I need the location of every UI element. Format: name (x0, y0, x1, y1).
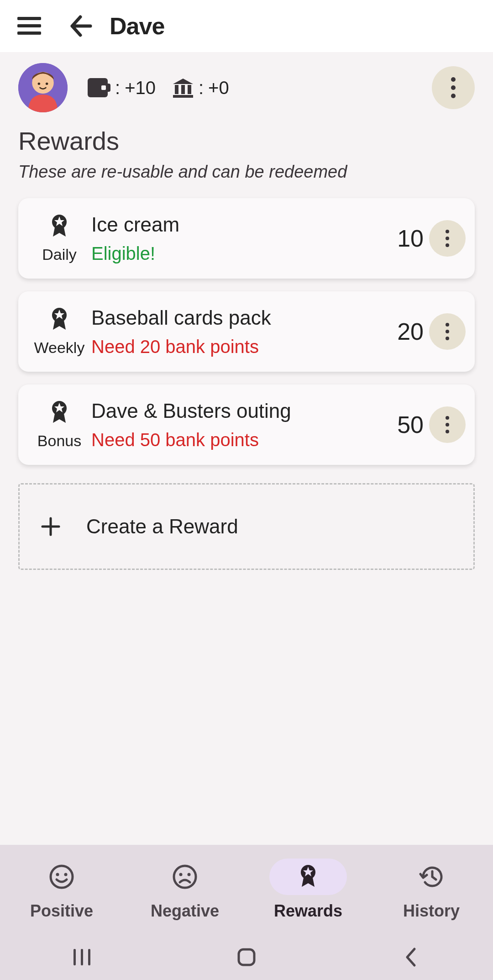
wallet-icon (88, 78, 110, 97)
profile-more-button[interactable] (432, 66, 475, 109)
reward-frequency: Weekly (34, 339, 85, 357)
profile-stats: : +10 : +0 (88, 78, 229, 98)
svg-point-19 (446, 237, 449, 240)
frown-icon (172, 864, 198, 890)
reward-more-button[interactable] (429, 313, 466, 350)
reward-status: Eligible! (91, 243, 387, 264)
reward-status: Need 50 bank points (91, 430, 387, 450)
reward-points: 20 (387, 318, 424, 345)
reward-title: Baseball cards pack (91, 306, 387, 329)
svg-rect-12 (188, 85, 191, 94)
bank-icon (172, 78, 194, 98)
wallet-stat: : +10 (88, 78, 156, 98)
svg-rect-1 (17, 24, 41, 27)
tab-label: Positive (30, 901, 93, 921)
svg-point-28 (446, 430, 449, 433)
smile-icon (49, 864, 74, 890)
svg-point-31 (64, 873, 68, 876)
tab-negative[interactable]: Negative (123, 859, 246, 921)
reward-points: 50 (387, 411, 424, 438)
reward-badge-column: Bonus (27, 400, 91, 450)
bank-value: +0 (208, 78, 229, 98)
more-vertical-icon (445, 322, 450, 341)
app-bar: Dave (0, 0, 493, 52)
tab-label: Negative (151, 901, 219, 921)
svg-rect-13 (173, 95, 193, 98)
svg-point-20 (446, 243, 449, 247)
svg-point-29 (51, 866, 73, 888)
reward-more-button[interactable] (429, 406, 466, 443)
system-home-button[interactable] (201, 943, 292, 971)
svg-rect-0 (17, 17, 41, 20)
svg-point-23 (446, 330, 449, 333)
bank-separator: : (199, 78, 204, 98)
reward-status: Need 20 bank points (91, 337, 387, 357)
tab-label: History (403, 901, 460, 921)
tab-label: Rewards (274, 901, 342, 921)
section-subtitle: These are re-usable and can be redeemed (18, 162, 475, 182)
svg-rect-36 (73, 949, 76, 965)
svg-point-14 (451, 77, 456, 82)
arrow-left-icon (68, 13, 93, 39)
svg-point-30 (56, 873, 59, 876)
svg-point-33 (179, 873, 183, 876)
svg-rect-2 (17, 32, 41, 35)
more-vertical-icon (451, 77, 456, 99)
svg-rect-10 (175, 85, 178, 94)
reward-badge-column: Weekly (27, 307, 91, 357)
wallet-value: +10 (125, 78, 156, 98)
reward-card[interactable]: Daily Ice cream Eligible! 10 (18, 198, 475, 279)
ribbon-icon (49, 214, 69, 239)
reward-badge-column: Daily (27, 214, 91, 263)
reward-frequency: Bonus (37, 432, 81, 450)
svg-rect-11 (181, 85, 185, 94)
back-button[interactable] (66, 11, 95, 41)
more-vertical-icon (445, 229, 450, 248)
svg-point-18 (446, 230, 449, 233)
avatar-image (18, 63, 68, 112)
section-heading: Rewards (18, 126, 475, 156)
tab-history[interactable]: History (370, 859, 493, 921)
system-nav-bar (0, 934, 493, 980)
reward-title: Dave & Busters outing (91, 400, 387, 422)
svg-point-16 (451, 94, 456, 98)
page-title: Dave (110, 12, 164, 40)
home-icon (237, 948, 256, 966)
wallet-separator: : (115, 78, 120, 98)
plus-icon (41, 516, 61, 537)
ribbon-icon (49, 307, 69, 332)
svg-point-27 (446, 423, 449, 427)
more-vertical-icon (445, 416, 450, 434)
bank-stat: : +0 (172, 78, 229, 98)
svg-rect-37 (81, 949, 83, 965)
svg-rect-39 (239, 949, 254, 965)
svg-rect-38 (88, 949, 90, 965)
section-header: Rewards These are re-usable and can be r… (0, 117, 493, 185)
reward-more-button[interactable] (429, 220, 466, 257)
recents-icon (73, 948, 92, 966)
create-reward-button[interactable]: Create a Reward (18, 483, 475, 570)
svg-point-22 (446, 323, 449, 327)
svg-point-26 (446, 416, 449, 420)
tab-rewards[interactable]: Rewards (246, 859, 370, 921)
reward-card[interactable]: Weekly Baseball cards pack Need 20 bank … (18, 291, 475, 372)
ribbon-icon (49, 400, 69, 426)
svg-point-15 (451, 85, 456, 90)
history-icon (418, 864, 445, 890)
svg-point-32 (174, 866, 196, 888)
menu-button[interactable] (15, 11, 44, 41)
chevron-left-icon (404, 947, 417, 967)
profile-row: : +10 : +0 (0, 52, 493, 117)
avatar[interactable] (18, 63, 68, 112)
create-reward-label: Create a Reward (86, 515, 238, 538)
system-back-button[interactable] (365, 943, 456, 971)
reward-title: Ice cream (91, 213, 387, 236)
svg-point-34 (188, 873, 191, 876)
reward-points: 10 (387, 225, 424, 252)
main-content: : +10 : +0 Rew (0, 52, 493, 845)
bottom-nav: Positive Negative Rewards (0, 845, 493, 934)
svg-point-24 (446, 337, 449, 340)
system-recents-button[interactable] (37, 943, 128, 971)
tab-positive[interactable]: Positive (0, 859, 123, 921)
reward-card[interactable]: Bonus Dave & Busters outing Need 50 bank… (18, 385, 475, 465)
